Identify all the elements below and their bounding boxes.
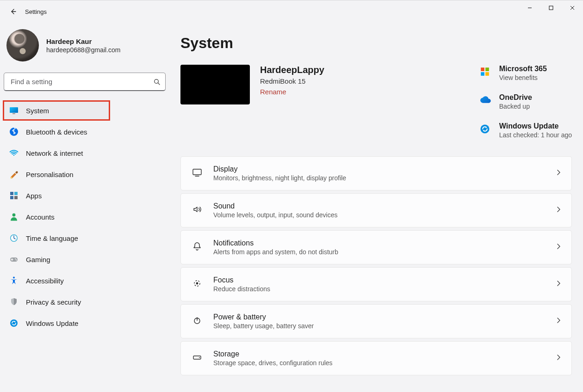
tile-onedrive-sub: Backed up (499, 103, 572, 110)
title-bar: Settings (0, 0, 583, 23)
network-icon (9, 148, 19, 158)
personalisation-icon (9, 170, 19, 179)
tile-m365-sub: View benefits (499, 74, 572, 81)
window-title: Settings (22, 8, 47, 15)
maximize-button[interactable] (540, 0, 562, 15)
sidebar-item-gaming[interactable]: Gaming (4, 250, 166, 269)
sidebar-item-update[interactable]: Windows Update (4, 314, 166, 332)
privacy-icon (9, 297, 19, 306)
settings-item-title: Focus (213, 276, 555, 284)
tile-update-sub: Last checked: 1 hour ago (499, 131, 572, 139)
m365-icon (479, 66, 491, 78)
settings-item-storage[interactable]: StorageStorage space, drives, configurat… (180, 341, 572, 375)
device-thumbnail (180, 65, 250, 104)
settings-item-title: Notifications (213, 239, 555, 247)
power-icon (191, 315, 203, 327)
sidebar-item-time[interactable]: Time & language (4, 229, 166, 247)
settings-item-sub: Alerts from apps and system, do not dist… (213, 248, 555, 256)
sidebar-item-label: Network & internet (26, 149, 83, 157)
close-icon (570, 6, 575, 10)
sound-icon (191, 204, 203, 216)
settings-item-notifications[interactable]: NotificationsAlerts from apps and system… (180, 230, 572, 264)
settings-item-display[interactable]: DisplayMonitors, brightness, night light… (180, 156, 572, 190)
time-icon (9, 233, 19, 243)
settings-item-title: Storage (213, 350, 555, 358)
sidebar-item-network[interactable]: Network & internet (4, 144, 166, 162)
sidebar: Hardeep Kaur hardeep0688@gmail.com Syste… (0, 23, 166, 392)
gaming-icon (9, 255, 19, 264)
accounts-icon (9, 212, 19, 221)
profile-name: Hardeep Kaur (46, 37, 121, 45)
settings-item-sub: Sleep, battery usage, battery saver (213, 322, 555, 330)
sidebar-item-accessibility[interactable]: Accessibility (4, 271, 166, 290)
back-button[interactable] (4, 2, 22, 21)
storage-icon (191, 352, 203, 364)
sidebar-item-label: Apps (26, 192, 42, 200)
info-tiles: Microsoft 365 View benefits OneDrive Bac… (479, 65, 572, 139)
minimize-button[interactable] (519, 0, 540, 15)
sidebar-item-accounts[interactable]: Accounts (4, 208, 166, 226)
settings-item-focus[interactable]: FocusReduce distractions (180, 267, 572, 301)
chevron-right-icon (555, 354, 562, 363)
sidebar-item-label: Bluetooth & devices (26, 128, 87, 136)
chevron-right-icon (555, 317, 562, 326)
page-heading: System (180, 35, 572, 52)
settings-item-title: Sound (213, 202, 555, 210)
sidebar-item-label: Accessibility (26, 277, 64, 285)
settings-item-title: Display (213, 165, 555, 173)
profile-block[interactable]: Hardeep Kaur hardeep0688@gmail.com (4, 26, 166, 73)
profile-email: hardeep0688@gmail.com (46, 46, 121, 54)
avatar (6, 29, 39, 61)
settings-item-sub: Reduce distractions (213, 285, 555, 293)
device-info-row: HardeepLappy RedmiBook 15 Rename Microso… (180, 65, 572, 139)
sidebar-item-label: Time & language (26, 234, 78, 242)
tile-onedrive-title: OneDrive (499, 93, 572, 102)
device-meta: HardeepLappy RedmiBook 15 Rename (260, 65, 324, 96)
sidebar-item-label: Accounts (26, 213, 55, 221)
display-icon (191, 167, 203, 179)
sidebar-item-apps[interactable]: Apps (4, 186, 166, 205)
settings-item-power[interactable]: Power & batterySleep, battery usage, bat… (180, 304, 572, 338)
update-icon (9, 318, 19, 328)
settings-list: DisplayMonitors, brightness, night light… (180, 156, 572, 375)
bluetooth-icon (9, 127, 19, 136)
search-icon (153, 78, 161, 86)
focus-icon (191, 278, 203, 290)
window-caption-buttons (519, 0, 583, 23)
sidebar-item-label: Windows Update (26, 319, 78, 327)
chevron-right-icon (555, 206, 562, 215)
accessibility-icon (9, 276, 19, 285)
search-input[interactable] (10, 77, 153, 86)
nav: SystemBluetooth & devicesNetwork & inter… (4, 101, 166, 332)
tile-m365-title: Microsoft 365 (499, 65, 572, 73)
chevron-right-icon (555, 280, 562, 289)
sidebar-item-bluetooth[interactable]: Bluetooth & devices (4, 122, 166, 141)
search-box[interactable] (4, 73, 166, 91)
update-icon (479, 123, 491, 135)
pc-name: HardeepLappy (260, 65, 324, 75)
back-arrow-icon (9, 8, 17, 15)
maximize-icon (549, 6, 553, 10)
settings-item-sound[interactable]: SoundVolume levels, output, input, sound… (180, 193, 572, 227)
tile-update-title: Windows Update (499, 122, 572, 130)
settings-item-sub: Monitors, brightness, night light, displ… (213, 174, 555, 182)
sidebar-item-privacy[interactable]: Privacy & security (4, 293, 166, 311)
sidebar-item-label: Personalisation (26, 171, 74, 178)
apps-icon (9, 191, 19, 200)
pc-model: RedmiBook 15 (260, 77, 324, 85)
close-button[interactable] (562, 0, 583, 15)
onedrive-icon (479, 94, 491, 106)
chevron-right-icon (555, 169, 562, 178)
sidebar-item-personalisation[interactable]: Personalisation (4, 165, 166, 184)
main-pane: System HardeepLappy RedmiBook 15 Rename … (166, 23, 583, 392)
sidebar-item-label: Privacy & security (26, 298, 81, 306)
sidebar-item-label: System (26, 107, 49, 115)
settings-item-sub: Storage space, drives, configuration rul… (213, 359, 555, 367)
rename-link[interactable]: Rename (260, 88, 286, 96)
sidebar-item-system[interactable]: System (4, 101, 109, 120)
sidebar-item-label: Gaming (26, 256, 50, 263)
settings-item-sub: Volume levels, output, input, sound devi… (213, 211, 555, 219)
minimize-icon (527, 6, 532, 10)
system-icon (9, 106, 19, 115)
settings-item-title: Power & battery (213, 313, 555, 321)
